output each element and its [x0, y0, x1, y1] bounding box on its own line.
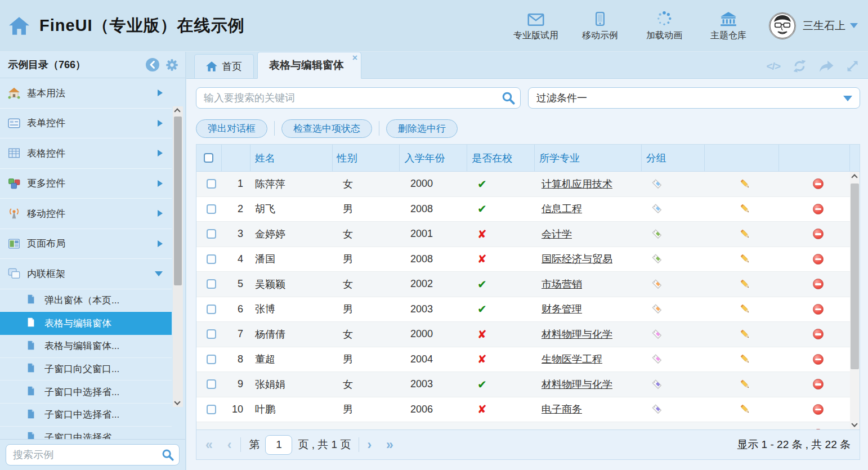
- delete-icon[interactable]: [813, 379, 824, 390]
- major-link[interactable]: 市场营销: [542, 277, 582, 291]
- delete-icon[interactable]: [813, 279, 824, 289]
- major-link[interactable]: 生物医学工程: [542, 352, 602, 366]
- edit-pencil-icon[interactable]: [739, 228, 751, 240]
- major-link[interactable]: 材料物理与化学: [542, 328, 612, 341]
- row-checkbox[interactable]: [207, 229, 216, 239]
- filter-dropdown[interactable]: 过滤条件一: [528, 87, 860, 109]
- sidebar-item[interactable]: 移动控件: [0, 199, 172, 229]
- sidebar-subitem[interactable]: 子窗口向父窗口...: [0, 358, 172, 381]
- table-row[interactable]: 3金婷婷女2001✘会计学: [196, 222, 851, 247]
- tag-icon[interactable]: [651, 353, 663, 365]
- edit-pencil-icon[interactable]: [739, 328, 751, 341]
- sidebar-item[interactable]: 页面布局: [0, 229, 172, 259]
- tab-home[interactable]: 首页: [194, 54, 254, 78]
- table-row[interactable]: 10叶鹏男2006✘电子商务: [196, 397, 851, 423]
- row-checkbox[interactable]: [207, 355, 216, 364]
- col-gender[interactable]: 性别: [333, 145, 400, 171]
- scroll-up-icon[interactable]: [174, 108, 180, 114]
- delete-icon[interactable]: [813, 304, 824, 315]
- search-icon[interactable]: [162, 449, 174, 461]
- col-group[interactable]: 分组: [642, 145, 705, 171]
- tag-icon[interactable]: [651, 379, 663, 390]
- delete-icon[interactable]: [813, 229, 824, 239]
- refresh-icon[interactable]: [793, 59, 807, 73]
- tag-icon[interactable]: [651, 203, 663, 214]
- open-dialog-button[interactable]: 弹出对话框: [196, 119, 267, 138]
- major-link[interactable]: 财务管理: [542, 302, 582, 316]
- edit-pencil-icon[interactable]: [739, 278, 751, 290]
- row-checkbox[interactable]: [207, 204, 216, 214]
- sidebar-subitem[interactable]: 子窗口中选择省...: [0, 427, 172, 439]
- row-checkbox[interactable]: [207, 405, 216, 414]
- trial-pro-button[interactable]: 专业版试用: [512, 10, 560, 42]
- sidebar-item[interactable]: 内联框架: [0, 259, 172, 289]
- delete-icon[interactable]: [813, 329, 824, 339]
- close-icon[interactable]: ×: [352, 53, 357, 62]
- table-row[interactable]: 6张博男2003✔财务管理: [196, 297, 851, 323]
- tab-grid-edit-window[interactable]: 表格与编辑窗体 ×: [257, 52, 361, 79]
- row-checkbox[interactable]: [207, 329, 216, 339]
- delete-icon[interactable]: [813, 204, 824, 214]
- tag-icon[interactable]: [651, 404, 663, 415]
- prev-page-button[interactable]: ‹: [227, 438, 232, 451]
- tag-icon[interactable]: [651, 329, 663, 340]
- edit-pencil-icon[interactable]: [739, 353, 751, 365]
- chevron-down-icon[interactable]: [850, 23, 858, 28]
- tag-icon[interactable]: [651, 253, 663, 265]
- edit-pencil-icon[interactable]: [739, 428, 751, 429]
- select-all-checkbox[interactable]: [204, 153, 213, 163]
- col-major[interactable]: 所学专业: [535, 145, 642, 171]
- scroll-down-icon[interactable]: [174, 399, 180, 405]
- table-row[interactable]: 7杨倩倩女2000✘材料物理与化学: [196, 322, 851, 347]
- sidebar-item[interactable]: 基本用法: [0, 78, 172, 109]
- delete-icon[interactable]: [813, 429, 824, 429]
- scrollbar-thumb[interactable]: [174, 117, 182, 285]
- sidebar-scrollbar[interactable]: [173, 106, 183, 407]
- row-checkbox[interactable]: [207, 254, 216, 264]
- sidebar-subitem[interactable]: 弹出窗体（本页...: [0, 289, 172, 312]
- share-icon[interactable]: [819, 60, 834, 73]
- first-page-button[interactable]: «: [205, 438, 213, 451]
- col-name[interactable]: 姓名: [250, 145, 333, 171]
- tag-icon[interactable]: [651, 279, 663, 290]
- sidebar-subitem[interactable]: 表格与编辑窗体...: [0, 335, 172, 358]
- tag-icon[interactable]: [651, 429, 663, 429]
- sidebar-search-input[interactable]: [6, 444, 180, 465]
- keyword-search-input[interactable]: [196, 87, 521, 109]
- sidebar-item[interactable]: 更多控件: [0, 169, 172, 199]
- major-link[interactable]: 材料物理与化学: [542, 378, 612, 391]
- row-checkbox[interactable]: [207, 379, 216, 389]
- fullscreen-icon[interactable]: [846, 60, 859, 73]
- sidebar-subitem[interactable]: 表格与编辑窗体: [0, 312, 172, 335]
- loading-animation-button[interactable]: 加载动画: [641, 10, 688, 42]
- sidebar-item[interactable]: 表单控件: [0, 109, 172, 139]
- table-row[interactable]: 8董超男2004✘生物医学工程: [196, 347, 851, 373]
- edit-pencil-icon[interactable]: [739, 178, 751, 190]
- sidebar-subitem[interactable]: 子窗口中选择省...: [0, 404, 172, 427]
- page-number-input[interactable]: [265, 435, 292, 455]
- table-scrollbar[interactable]: [850, 172, 860, 429]
- major-link[interactable]: 信息工程: [542, 202, 582, 216]
- row-checkbox[interactable]: [207, 279, 216, 289]
- user-name[interactable]: 三生石上: [803, 19, 845, 33]
- next-page-button[interactable]: ›: [367, 438, 372, 451]
- row-checkbox[interactable]: [207, 305, 216, 314]
- scroll-up-icon[interactable]: [851, 174, 857, 180]
- delete-icon[interactable]: [813, 178, 824, 189]
- delete-icon[interactable]: [813, 254, 824, 265]
- edit-pencil-icon[interactable]: [739, 378, 751, 391]
- table-row[interactable]: 1陈萍萍女2000✔计算机应用技术: [196, 172, 851, 197]
- table-row[interactable]: 9张娟娟女2003✔材料物理与化学: [196, 372, 851, 397]
- edit-pencil-icon[interactable]: [739, 203, 751, 215]
- table-row[interactable]: 5吴颖颖女2002✔市场营销: [196, 272, 851, 297]
- table-row[interactable]: 2胡飞男2008✔信息工程: [196, 197, 851, 222]
- sidebar-subitem[interactable]: 子窗口中选择省...: [0, 381, 172, 404]
- sidebar-item[interactable]: 表格控件: [0, 138, 172, 169]
- check-selection-button[interactable]: 检查选中项状态: [281, 119, 372, 138]
- edit-pencil-icon[interactable]: [739, 253, 751, 265]
- scroll-down-icon[interactable]: [851, 420, 857, 427]
- edit-pencil-icon[interactable]: [739, 403, 751, 415]
- table-row[interactable]: 4潘国男2008✘国际经济与贸易: [196, 247, 851, 272]
- delete-icon[interactable]: [813, 354, 824, 365]
- major-link[interactable]: 计算机应用技术: [542, 177, 612, 191]
